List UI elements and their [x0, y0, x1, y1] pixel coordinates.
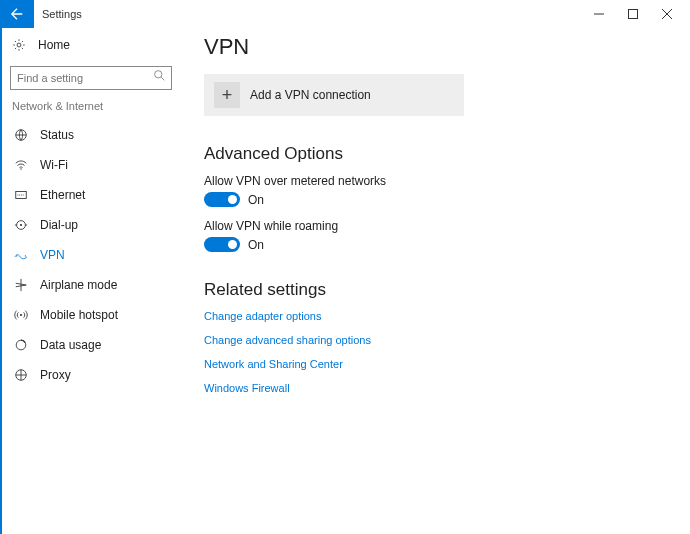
roaming-state: On — [248, 238, 264, 252]
page-title: VPN — [204, 34, 670, 60]
sidebar-home-label: Home — [38, 38, 70, 52]
close-button[interactable] — [650, 0, 684, 28]
proxy-icon — [12, 368, 30, 382]
gear-icon — [12, 38, 30, 52]
back-button[interactable] — [0, 0, 34, 28]
ethernet-icon — [12, 188, 30, 202]
window-title: Settings — [42, 8, 82, 20]
sidebar-item-label: Ethernet — [40, 188, 85, 202]
svg-point-10 — [20, 314, 22, 316]
sidebar-item-label: Data usage — [40, 338, 101, 352]
svg-point-1 — [17, 43, 21, 47]
sidebar-item-label: VPN — [40, 248, 65, 262]
plus-icon: + — [214, 82, 240, 108]
link-windows-firewall[interactable]: Windows Firewall — [204, 382, 670, 394]
sidebar: Home Network & Internet Status Wi-Fi Eth… — [2, 28, 180, 534]
sidebar-item-proxy[interactable]: Proxy — [2, 360, 180, 390]
link-adapter-options[interactable]: Change adapter options — [204, 310, 670, 322]
maximize-icon — [628, 9, 638, 19]
sidebar-item-wifi[interactable]: Wi-Fi — [2, 150, 180, 180]
search-box[interactable] — [10, 66, 172, 90]
data-usage-icon — [12, 338, 30, 352]
sidebar-home[interactable]: Home — [2, 32, 180, 58]
svg-point-2 — [155, 71, 162, 78]
hotspot-icon — [12, 308, 30, 322]
link-advanced-sharing[interactable]: Change advanced sharing options — [204, 334, 670, 346]
sidebar-item-label: Proxy — [40, 368, 71, 382]
titlebar: Settings — [0, 0, 690, 28]
metered-toggle[interactable] — [204, 192, 240, 207]
sidebar-item-label: Dial-up — [40, 218, 78, 232]
wifi-icon — [12, 158, 30, 172]
search-input[interactable] — [10, 66, 172, 90]
maximize-button[interactable] — [616, 0, 650, 28]
arrow-left-icon — [10, 7, 24, 21]
metered-state: On — [248, 193, 264, 207]
sidebar-item-airplane[interactable]: Airplane mode — [2, 270, 180, 300]
svg-point-4 — [20, 168, 21, 169]
link-network-sharing-center[interactable]: Network and Sharing Center — [204, 358, 670, 370]
vpn-icon — [12, 248, 30, 262]
minimize-icon — [594, 9, 604, 19]
sidebar-item-data-usage[interactable]: Data usage — [2, 330, 180, 360]
sidebar-item-dialup[interactable]: Dial-up — [2, 210, 180, 240]
section-related: Related settings — [204, 280, 670, 300]
sidebar-item-label: Wi-Fi — [40, 158, 68, 172]
dialup-icon — [12, 218, 30, 232]
add-vpn-button[interactable]: + Add a VPN connection — [204, 74, 464, 116]
svg-point-8 — [16, 255, 17, 256]
sidebar-item-label: Status — [40, 128, 74, 142]
sidebar-item-ethernet[interactable]: Ethernet — [2, 180, 180, 210]
sidebar-item-label: Mobile hotspot — [40, 308, 118, 322]
sidebar-item-status[interactable]: Status — [2, 120, 180, 150]
roaming-label: Allow VPN while roaming — [204, 219, 670, 233]
metered-label: Allow VPN over metered networks — [204, 174, 670, 188]
add-vpn-label: Add a VPN connection — [250, 88, 371, 102]
sidebar-item-hotspot[interactable]: Mobile hotspot — [2, 300, 180, 330]
svg-point-7 — [20, 224, 22, 226]
roaming-toggle[interactable] — [204, 237, 240, 252]
search-icon — [153, 69, 166, 82]
svg-rect-0 — [629, 10, 638, 19]
minimize-button[interactable] — [582, 0, 616, 28]
airplane-icon — [12, 278, 30, 292]
sidebar-item-label: Airplane mode — [40, 278, 117, 292]
svg-point-9 — [25, 255, 26, 256]
section-advanced: Advanced Options — [204, 144, 670, 164]
close-icon — [662, 9, 672, 19]
sidebar-item-vpn[interactable]: VPN — [2, 240, 180, 270]
sidebar-group-label: Network & Internet — [2, 100, 180, 120]
globe-icon — [12, 128, 30, 142]
window-controls — [582, 0, 684, 28]
main-content: VPN + Add a VPN connection Advanced Opti… — [180, 28, 690, 534]
